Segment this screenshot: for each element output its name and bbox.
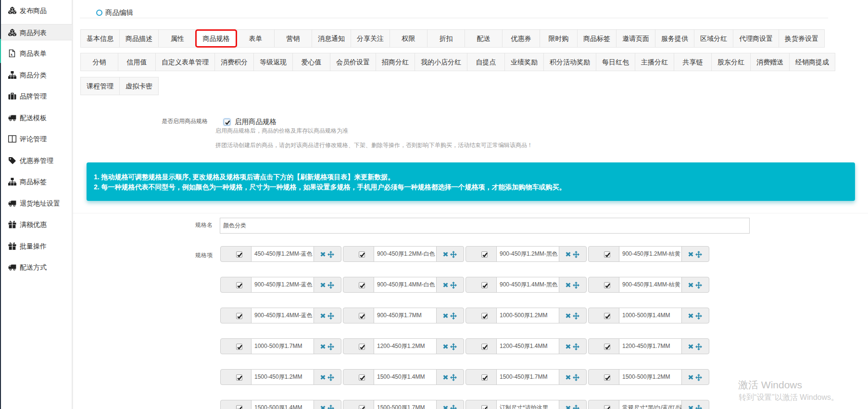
svg-text:x: x: [11, 52, 13, 57]
